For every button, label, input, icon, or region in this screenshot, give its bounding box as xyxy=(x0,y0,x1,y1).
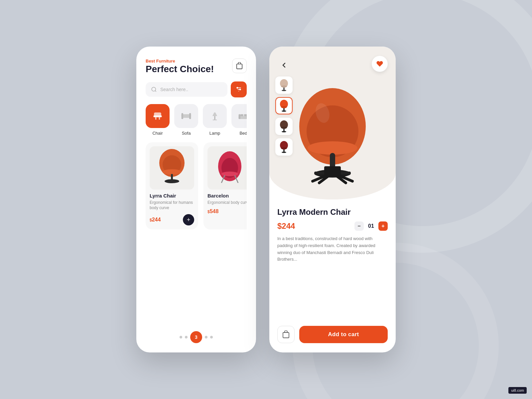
thumbnails-column xyxy=(275,76,293,156)
lamp-category-icon xyxy=(209,110,221,122)
cart-icon xyxy=(236,62,243,69)
screen-left: Best Furniture Perfect Choice! Search he… xyxy=(136,47,256,352)
thumb-4-image xyxy=(278,140,290,154)
product-2-dollar: $ xyxy=(207,209,210,214)
pagination-dot-1[interactable] xyxy=(180,336,182,338)
detail-price: $244 xyxy=(277,221,295,231)
add-to-cart-button[interactable]: Add to cart xyxy=(299,326,388,343)
svg-point-42 xyxy=(282,110,286,112)
svg-point-1 xyxy=(152,87,156,91)
category-lamp[interactable]: Lamp xyxy=(203,104,227,136)
search-icon xyxy=(151,86,157,92)
svg-rect-11 xyxy=(153,115,162,117)
back-button[interactable] xyxy=(277,59,291,72)
svg-rect-15 xyxy=(182,113,183,117)
bottom-actions: Add to cart xyxy=(269,322,396,352)
cart-icon-button[interactable] xyxy=(232,59,247,73)
lyrra-chair-image xyxy=(155,148,189,188)
detail-price-dollar: $ xyxy=(277,221,282,230)
category-lamp-icon-box xyxy=(203,104,227,128)
svg-point-50 xyxy=(282,152,286,153)
svg-rect-10 xyxy=(159,117,160,119)
svg-point-46 xyxy=(282,131,286,132)
product-1-bottom: $244 + xyxy=(150,214,194,225)
favorite-button[interactable] xyxy=(372,56,388,72)
category-chair[interactable]: Chair xyxy=(146,104,170,136)
category-chair-icon-box xyxy=(146,104,170,128)
screens-wrapper: Best Furniture Perfect Choice! Search he… xyxy=(136,47,396,352)
pagination-row: 3 xyxy=(146,331,247,343)
product-1-price: $244 xyxy=(150,217,161,223)
product-description: In a best traditions, constructed of har… xyxy=(277,235,388,263)
detail-product-name: Lyrra Modern Chair xyxy=(277,207,388,217)
watermark: ui8.com xyxy=(508,387,527,394)
svg-point-29 xyxy=(165,179,179,183)
svg-point-48 xyxy=(281,147,287,149)
svg-point-40 xyxy=(281,106,287,108)
svg-rect-16 xyxy=(189,113,191,117)
thumbnail-4[interactable] xyxy=(275,138,293,156)
svg-marker-17 xyxy=(212,112,217,116)
price-quantity-row: $244 − 01 + xyxy=(277,221,388,231)
search-placeholder: Search here.. xyxy=(160,87,188,92)
header-text: Best Furniture Perfect Choice! xyxy=(146,59,214,75)
thumbnail-3[interactable] xyxy=(275,118,293,135)
svg-rect-23 xyxy=(240,114,243,116)
product-1-add-button[interactable]: + xyxy=(183,214,194,225)
main-product-image xyxy=(289,83,376,193)
svg-point-38 xyxy=(282,90,286,91)
product-2-bottom: $548 xyxy=(207,208,247,214)
product-2-name: Barcelon xyxy=(207,193,247,199)
category-lamp-label: Lamp xyxy=(209,131,220,136)
product-1-dollar: $ xyxy=(150,218,152,222)
category-sofa[interactable]: Sofa xyxy=(174,104,198,136)
category-bed-label: Bed xyxy=(239,131,247,136)
quantity-control: − 01 + xyxy=(354,221,388,231)
category-chair-label: Chair xyxy=(152,131,163,136)
svg-point-27 xyxy=(163,169,181,175)
svg-rect-9 xyxy=(155,117,157,119)
svg-point-36 xyxy=(281,85,287,87)
thumbnail-1[interactable] xyxy=(275,76,293,94)
svg-point-53 xyxy=(308,141,357,155)
quantity-increase-button[interactable]: + xyxy=(378,221,388,231)
svg-rect-19 xyxy=(213,119,217,120)
pagination-dot-2[interactable] xyxy=(185,336,188,338)
add-to-cart-label: Add to cart xyxy=(328,331,359,338)
svg-rect-0 xyxy=(237,64,242,69)
brand-label: Best Furniture xyxy=(146,59,214,64)
filter-icon xyxy=(235,86,242,93)
filter-button[interactable] xyxy=(231,81,247,97)
cart-small-button[interactable] xyxy=(277,326,295,343)
pagination-dot-4[interactable] xyxy=(205,336,207,338)
thumb-1-image xyxy=(278,78,290,92)
pagination-dot-3-active[interactable]: 3 xyxy=(190,331,202,343)
search-row: Search here.. xyxy=(146,81,247,97)
screen-right: Lyrra Modern Chair $244 − 01 + In a best… xyxy=(269,47,396,352)
back-arrow-icon xyxy=(280,61,288,69)
svg-point-44 xyxy=(281,127,287,129)
product-detail-image-area xyxy=(269,47,396,200)
svg-point-6 xyxy=(237,87,238,88)
sofa-category-icon xyxy=(180,110,192,122)
product-2-desc: Ergonomical body curve xyxy=(207,200,247,205)
product-card-2[interactable]: Barcelon Ergonomical body curve $548 xyxy=(203,142,247,230)
product-card-1[interactable]: Lyrra Chair Ergonomical for humans body … xyxy=(146,142,198,230)
thumbnail-2[interactable] xyxy=(275,97,293,114)
product-image-2 xyxy=(207,146,247,190)
product-1-desc: Ergonomical for humans body curve xyxy=(150,200,194,211)
pagination-dot-5[interactable] xyxy=(210,336,213,338)
category-bed-icon-box xyxy=(231,104,247,128)
svg-rect-49 xyxy=(283,149,285,152)
category-sofa-label: Sofa xyxy=(182,131,191,136)
svg-point-7 xyxy=(240,89,241,90)
svg-rect-63 xyxy=(283,332,289,338)
search-box[interactable]: Search here.. xyxy=(146,82,227,97)
category-bed[interactable]: Bed xyxy=(231,104,247,136)
cart-small-icon xyxy=(282,331,290,338)
svg-point-32 xyxy=(221,172,238,176)
svg-rect-21 xyxy=(239,114,240,119)
svg-line-2 xyxy=(155,90,156,91)
barcelona-chair-image xyxy=(213,148,246,188)
quantity-decrease-button[interactable]: − xyxy=(354,221,364,231)
